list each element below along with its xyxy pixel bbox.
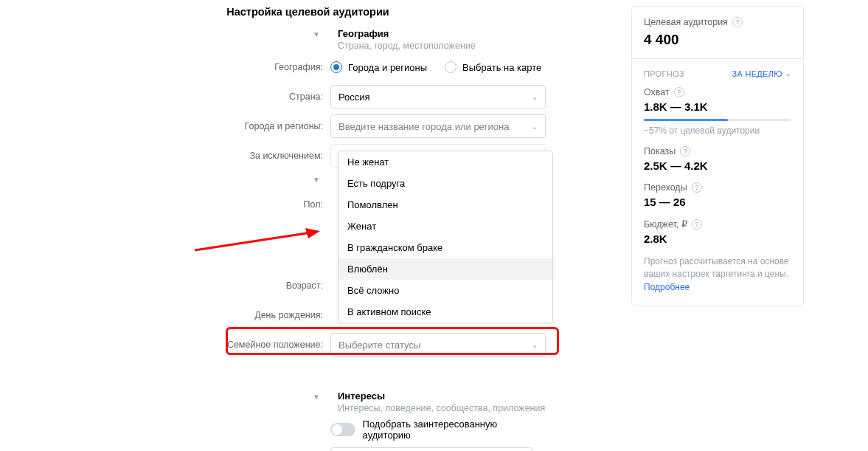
marital-option[interactable]: Влюблён: [338, 258, 552, 280]
help-icon[interactable]: ?: [692, 219, 702, 230]
label-except: За исключением:: [0, 151, 330, 161]
forecast-period-select[interactable]: ЗА НЕДЕЛЮ ⌄: [732, 69, 791, 78]
radio-map-select[interactable]: Выбрать на карте: [445, 61, 541, 73]
chevron-down-icon: ⌄: [532, 341, 538, 349]
radio-dot-icon: [330, 61, 342, 73]
reach-value: 1.8K — 3.1K: [644, 100, 791, 113]
radio-cities-regions[interactable]: Города и регионы: [330, 61, 427, 73]
label-geo-mode: География:: [0, 62, 330, 72]
cities-select[interactable]: Введите название города или региона ⌄: [330, 114, 546, 138]
label-country: Страна:: [0, 92, 330, 102]
label-cities: Города и регионы:: [0, 121, 330, 131]
chevron-down-icon: ⌄: [785, 70, 791, 78]
page-title: Настройка целевой аудитории: [0, 6, 616, 18]
chevron-down-icon: ▼: [313, 176, 320, 184]
marital-option[interactable]: Есть подруга: [338, 173, 552, 194]
row-interests: Интересы и поведение: Авто и мото ✕ fx ⌘: [0, 446, 616, 451]
cities-placeholder: Введите название города или региона: [338, 121, 532, 132]
country-value: Россия: [338, 92, 532, 103]
chevron-down-icon: ▼: [313, 393, 320, 401]
reach-label: Охват: [644, 87, 670, 97]
country-select[interactable]: Россия ⌄: [330, 85, 546, 109]
marital-option[interactable]: Не женат: [338, 151, 552, 173]
label-age: Возраст:: [0, 280, 330, 291]
help-icon[interactable]: ?: [692, 182, 702, 193]
forecast-panel: Целевая аудитория ? 4 400 ПРОГНОЗ ЗА НЕД…: [631, 6, 804, 306]
section-header-interests[interactable]: ▼ Интересы Интересы, поведение, сообщест…: [0, 390, 616, 413]
section-title-geo: География: [338, 28, 476, 39]
budget-value: 2.8K: [644, 233, 791, 245]
forecast-footer: Прогноз рассчитывается на основе ваших н…: [644, 255, 791, 294]
shows-value: 2.5K — 4.2K: [644, 159, 791, 172]
marital-option[interactable]: В гражданском браке: [338, 237, 552, 258]
section-sub-geo: Страна, город, местоположение: [338, 41, 476, 51]
section-header-geo[interactable]: ▼ География Страна, город, местоположени…: [0, 28, 616, 51]
chevron-down-icon: ⌄: [532, 123, 538, 131]
forecast-footer-text: Прогноз рассчитывается на основе ваших н…: [644, 256, 789, 279]
marital-dropdown[interactable]: Не женатЕсть подругаПомолвленЖенатВ граж…: [338, 151, 553, 323]
radio-map-label: Выбрать на карте: [462, 62, 541, 73]
forecast-label: ПРОГНОЗ: [644, 69, 684, 78]
auto-audience-toggle[interactable]: [330, 423, 355, 436]
auto-audience-label: Подобрать заинтересованную аудиторию: [363, 419, 546, 441]
label-birthday: День рождения:: [0, 310, 330, 320]
row-cities: Города и регионы: Введите название город…: [0, 113, 616, 140]
forecast-more-link[interactable]: Подробнее: [644, 282, 690, 292]
marital-placeholder: Выберите статусы: [338, 340, 532, 351]
help-icon[interactable]: ?: [732, 17, 743, 27]
marital-option[interactable]: В активном поиске: [338, 301, 552, 323]
marital-option[interactable]: Женат: [338, 216, 552, 237]
row-auto-audience: Подобрать заинтересованную аудиторию: [0, 416, 616, 443]
radio-cities-label: Города и регионы: [348, 62, 427, 73]
clicks-value: 15 — 26: [644, 196, 791, 208]
audience-label: Целевая аудитория: [644, 17, 728, 27]
reach-pct: ~57% от целевой аудитории: [644, 125, 791, 136]
row-country: Страна: Россия ⌄: [0, 83, 616, 110]
budget-label: Бюджет, ₽: [644, 218, 687, 230]
marital-option[interactable]: Помолвлен: [338, 194, 552, 216]
row-geo-mode: География: Города и регионы Выбрать на к…: [0, 54, 616, 80]
shows-label: Показы: [644, 146, 676, 156]
help-icon[interactable]: ?: [674, 87, 684, 97]
marital-option[interactable]: Всё сложно: [338, 280, 552, 301]
section-title-interests: Интересы: [338, 390, 545, 402]
row-marital: Семейное положение: Выберите статусы ⌄: [0, 331, 616, 358]
reach-bar: [644, 119, 791, 121]
chevron-down-icon: ⌄: [532, 93, 538, 101]
help-icon[interactable]: ?: [680, 146, 690, 156]
audience-value: 4 400: [644, 32, 791, 48]
interests-input[interactable]: Авто и мото ✕: [330, 447, 532, 451]
clicks-label: Переходы: [644, 182, 687, 193]
marital-select[interactable]: Выберите статусы ⌄: [330, 333, 546, 357]
chevron-down-icon: ▼: [313, 30, 320, 38]
label-marital: Семейное положение:: [0, 340, 330, 350]
label-gender: Пол:: [0, 199, 330, 210]
section-sub-interests: Интересы, поведение, сообщества, приложе…: [338, 403, 545, 413]
forecast-period-value: ЗА НЕДЕЛЮ: [732, 69, 782, 78]
radio-dot-icon: [445, 61, 456, 73]
